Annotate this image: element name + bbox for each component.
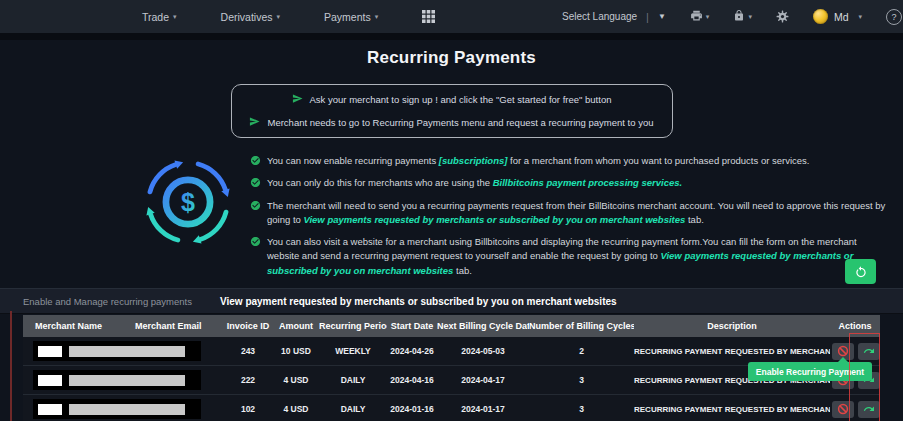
payment-processing-link[interactable]: Billbitcoins payment processing services… xyxy=(493,177,683,188)
redacted-merchant-info xyxy=(33,341,201,361)
lock-icon xyxy=(733,8,745,26)
check-circle-icon xyxy=(250,177,261,188)
intro-text: Ask your merchant to sign up ! and click… xyxy=(310,94,612,105)
nav-item-label: Derivatives xyxy=(221,11,273,23)
refresh-button[interactable] xyxy=(845,259,876,284)
enable-arrow-icon xyxy=(863,345,875,357)
top-navbar: Trade ▾ Derivatives ▾ Payments ▾ Se xyxy=(0,0,903,33)
col-merchant-email: Merchant Email xyxy=(123,315,223,337)
annotation-red-line xyxy=(10,311,12,421)
recurring-dollar-icon: $ xyxy=(140,154,236,250)
cell-merchant xyxy=(23,337,223,366)
cell-billing-cycles: 3 xyxy=(529,395,634,422)
cell-next-billing-date: 2024-05-03 xyxy=(437,337,529,366)
cell-amount: 4 USD xyxy=(273,395,319,422)
info-bullet: You can also visit a website for a merch… xyxy=(250,235,891,278)
chevron-down-icon: ▾ xyxy=(748,13,752,21)
chevron-down-icon: ▾ xyxy=(277,13,281,21)
cell-recurring-period: DAILY xyxy=(319,395,387,422)
user-label: Md xyxy=(834,11,849,23)
table-header-row: Merchant Name Merchant Email Invoice ID … xyxy=(23,315,880,337)
cell-amount: 4 USD xyxy=(273,366,319,395)
send-plane-icon xyxy=(249,116,260,129)
navbar-shadow xyxy=(0,33,903,40)
check-circle-icon xyxy=(250,200,261,211)
redacted-merchant-info xyxy=(33,399,201,419)
bullet-text: You can only do this for merchants who a… xyxy=(267,177,493,188)
cell-invoice-id: 243 xyxy=(223,337,273,366)
printer-icon xyxy=(690,8,703,26)
send-plane-icon xyxy=(292,93,303,106)
chevron-down-icon: ▾ xyxy=(173,13,177,21)
features-section: $ You can now enable recurring payments … xyxy=(140,148,891,278)
enable-arrow-icon xyxy=(863,403,875,415)
cell-amount: 10 USD xyxy=(273,337,319,366)
cell-description: RECURRING PAYMENT REQUESTED BY MERCHANT xyxy=(634,395,830,422)
cell-invoice-id: 102 xyxy=(223,395,273,422)
enable-recurring-tooltip: Enable Recurring Payment xyxy=(748,362,872,381)
block-icon xyxy=(837,403,849,415)
cell-merchant xyxy=(23,366,223,395)
col-next-billing-date: Next Billing Cycle Date xyxy=(437,315,529,337)
table-row: 102 4 USD DAILY 2024-01-16 2024-01-17 3 … xyxy=(23,395,880,422)
enable-payment-button[interactable] xyxy=(858,401,880,418)
cell-start-date: 2024-04-16 xyxy=(387,366,437,395)
tab-view-requested[interactable]: View payment requested by merchants or s… xyxy=(220,296,617,307)
cell-actions xyxy=(830,395,880,422)
col-description: Description xyxy=(634,315,830,337)
nav-item-label: Payments xyxy=(324,11,371,23)
col-billing-cycles: Number of Billing Cycles xyxy=(529,315,634,337)
cell-billing-cycles: 3 xyxy=(529,366,634,395)
language-label: Select Language xyxy=(562,11,637,22)
apps-grid-icon[interactable] xyxy=(422,10,435,23)
col-recurring-period: Recurring Period xyxy=(319,315,387,337)
chevron-down-icon: ▼ xyxy=(658,12,666,21)
cell-recurring-period: WEEKLY xyxy=(319,337,387,366)
language-selector[interactable]: Select Language | ▼ xyxy=(562,11,666,23)
cell-start-date: 2024-01-16 xyxy=(387,395,437,422)
chevron-down-icon: ▾ xyxy=(375,13,379,21)
block-payment-button[interactable] xyxy=(832,401,854,418)
tooltip-label: Enable Recurring Payment xyxy=(756,367,864,377)
main-menu: Trade ▾ Derivatives ▾ Payments ▾ xyxy=(142,10,435,23)
view-payments-link[interactable]: View payments requested by merchants or … xyxy=(303,214,685,225)
chevron-down-icon: ▾ xyxy=(706,13,710,21)
intro-box: Ask your merchant to sign up ! and click… xyxy=(231,84,673,138)
intro-line: Ask your merchant to sign up ! and click… xyxy=(232,93,672,106)
navbar-right: Select Language | ▼ ▾ ▾ xyxy=(562,8,893,26)
cell-next-billing-date: 2024-04-17 xyxy=(437,366,529,395)
tab-bar: Enable and Manage recurring payments Vie… xyxy=(0,288,903,314)
cell-recurring-period: DAILY xyxy=(319,366,387,395)
svg-text:$: $ xyxy=(181,188,195,216)
bullet-text: tab. xyxy=(453,265,472,276)
redacted-merchant-info xyxy=(33,370,201,390)
info-bullet: The merchant will need to send you a rec… xyxy=(250,199,891,228)
check-circle-icon xyxy=(250,155,261,166)
cell-next-billing-date: 2024-01-17 xyxy=(437,395,529,422)
app-window: Trade ▾ Derivatives ▾ Payments ▾ Se xyxy=(0,0,903,421)
tab-enable-manage[interactable]: Enable and Manage recurring payments xyxy=(23,296,192,307)
help-icon[interactable]: ? xyxy=(886,9,902,25)
block-icon xyxy=(837,345,849,357)
enable-payment-button[interactable] xyxy=(858,343,880,360)
col-amount: Amount xyxy=(273,315,319,337)
user-menu[interactable]: Md ▾ xyxy=(813,9,862,24)
avatar xyxy=(813,9,828,24)
col-start-date: Start Date xyxy=(387,315,437,337)
subscriptions-link[interactable]: [subscriptions] xyxy=(439,155,508,166)
info-bullets: You can now enable recurring payments [s… xyxy=(250,154,891,278)
printer-menu[interactable]: ▾ xyxy=(690,8,710,26)
col-invoice-id: Invoice ID xyxy=(223,315,273,337)
nav-item-trade[interactable]: Trade ▾ xyxy=(142,11,177,23)
nav-item-derivatives[interactable]: Derivatives ▾ xyxy=(221,11,280,23)
nav-item-label: Trade xyxy=(142,11,169,23)
bullet-text: You can now enable recurring payments xyxy=(267,155,439,166)
info-bullet: You can now enable recurring payments [s… xyxy=(250,154,891,168)
intro-text: Merchant needs to go to Recurring Paymen… xyxy=(267,117,653,128)
lock-menu[interactable]: ▾ xyxy=(733,8,752,26)
nav-item-payments[interactable]: Payments ▾ xyxy=(324,11,378,23)
settings-gear-icon[interactable] xyxy=(776,10,789,23)
col-actions: Actions xyxy=(830,315,880,337)
bullet-text: tab. xyxy=(685,214,704,225)
page-title: Recurring Payments xyxy=(0,48,903,68)
